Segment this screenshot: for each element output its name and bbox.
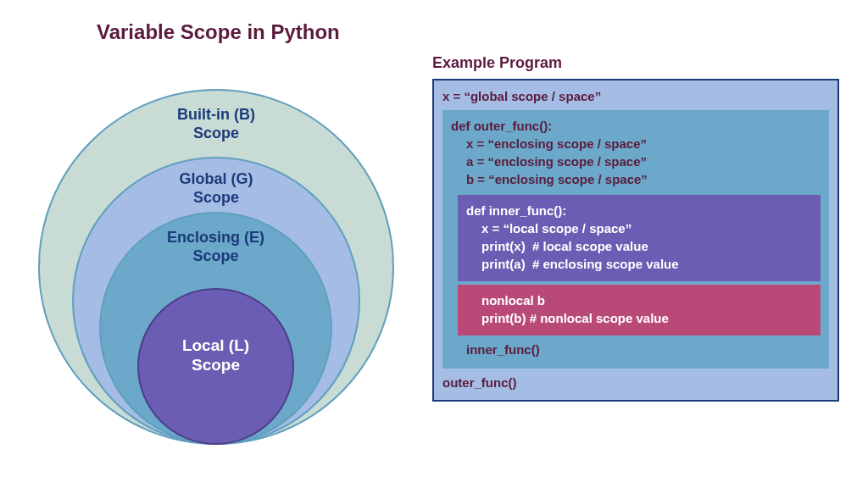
nonlocal-b-line: nonlocal b	[466, 291, 812, 309]
global-scope-box: x = “global scope / space” def outer_fun…	[432, 79, 839, 402]
inner-printx-line: print(x) # local scope value	[466, 237, 812, 255]
print-b-line: print(b) # nonlocal scope value	[466, 309, 812, 327]
inner-def-line: def inner_func():	[466, 202, 812, 219]
global-x-line: x = “global scope / space”	[442, 87, 829, 105]
enclosing-scope-label: Enclosing (E) Scope	[167, 229, 264, 265]
outer-b-line: b = “enclosing scope / space”	[451, 170, 821, 188]
local-scope-box: def inner_func(): x = “local scope / spa…	[458, 195, 821, 281]
builtin-line1: Built-in (B)	[177, 106, 255, 123]
inner-printa-line: print(a) # enclosing scope value	[466, 255, 812, 273]
outer-def-line: def outer_func():	[451, 117, 821, 135]
example-program: Example Program x = “global scope / spac…	[432, 54, 839, 402]
outer-call-line: outer_func()	[442, 374, 829, 391]
local-scope-label: Local (L) Scope	[182, 336, 249, 375]
builtin-scope-label: Built-in (B) Scope	[177, 106, 255, 142]
page-title: Variable Scope in Python	[97, 20, 340, 44]
enclosing-line2: Scope	[192, 247, 238, 264]
global-line2: Scope	[193, 189, 239, 206]
enclosing-line1: Enclosing (E)	[167, 229, 264, 246]
local-scope-circle: Local (L) Scope	[137, 288, 294, 445]
inner-call-line: inner_func()	[451, 341, 821, 358]
example-title: Example Program	[432, 54, 839, 72]
inner-x-line: x = “local scope / space”	[466, 219, 812, 237]
builtin-line2: Scope	[193, 125, 239, 141]
outer-a-line: a = “enclosing scope / space”	[451, 152, 821, 170]
global-scope-label: Global (G) Scope	[180, 170, 253, 207]
nonlocal-scope-box: nonlocal b print(b) # nonlocal scope val…	[458, 285, 821, 336]
local-line2: Scope	[192, 356, 240, 374]
global-line1: Global (G)	[180, 170, 253, 187]
enclosing-scope-box: def outer_func(): x = “enclosing scope /…	[442, 110, 829, 369]
scope-diagram: Built-in (B) Scope Global (G) Scope Encl…	[38, 59, 394, 474]
local-line1: Local (L)	[182, 336, 249, 354]
outer-x-line: x = “enclosing scope / space”	[451, 135, 821, 152]
